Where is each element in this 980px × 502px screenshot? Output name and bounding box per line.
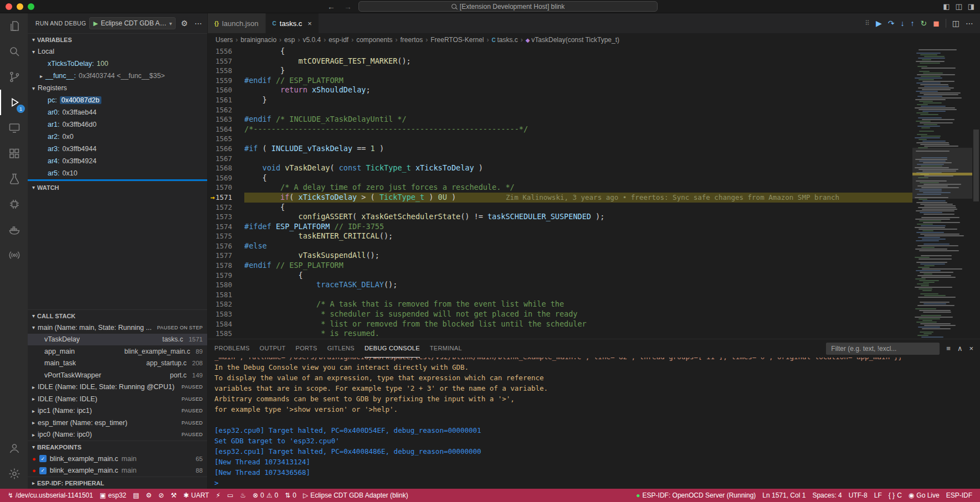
variables-scope-row[interactable]: ▾Registers [28, 82, 207, 94]
status-monitor[interactable]: ▭ [224, 489, 237, 502]
breakpoint-row[interactable]: ●✓blink_example_main.cmain88 [28, 465, 207, 477]
activity-bar-item-source-control[interactable] [0, 64, 28, 90]
code-line[interactable]: 1582 /* A task that is removed from the … [208, 299, 912, 309]
code-line[interactable]: 1584 * list or removed from the blocked … [208, 319, 912, 329]
step-over-icon[interactable]: ↷ [888, 19, 895, 28]
code-line[interactable]: 1576#else [208, 241, 912, 251]
breadcrumb-item[interactable]: components [356, 36, 392, 44]
step-out-icon[interactable]: ↑ [910, 19, 914, 28]
status-openocd-server[interactable]: ●ESP-IDF: OpenOCD Server (Running) [633, 489, 759, 502]
activity-bar-item-search[interactable] [0, 39, 28, 64]
code-line[interactable]: 1557 mtCOVERAGE_TEST_MARKER(); [208, 56, 912, 66]
status-go-live[interactable]: ◉Go Live [905, 489, 943, 502]
command-center-search[interactable]: [Extension Development Host] blink [358, 1, 658, 12]
activity-bar-item-testing[interactable] [0, 166, 28, 192]
code-line[interactable]: 1575 taskENTER_CRITICAL(); [208, 231, 912, 241]
code-line[interactable]: 1572 { [208, 203, 912, 213]
scrollbar-thumb[interactable] [973, 130, 979, 201]
breadcrumb-item[interactable]: esp [284, 36, 295, 44]
code-line[interactable]: 1559#endif // ESP_PLATFORM [208, 76, 912, 86]
code-line[interactable]: 1583 * scheduler is suspended will not g… [208, 309, 912, 319]
code-line[interactable]: 1577 vTaskSuspendAll(); [208, 251, 912, 261]
status-eol[interactable]: LF [871, 489, 885, 502]
activity-bar-item-live-share[interactable] [0, 242, 28, 268]
console-input-prompt[interactable]: > [214, 478, 980, 488]
status-cursor-position[interactable]: Ln 1571, Col 1 [759, 489, 809, 502]
code-line[interactable]: 1556 { [208, 46, 912, 56]
status-serial-port[interactable]: ↯/dev/cu.usbserial-1141501 [4, 489, 96, 502]
code-line[interactable]: 1570 /* A delay time of zero just forces… [208, 183, 912, 193]
variables-scope-row[interactable]: ▾Local [28, 45, 207, 58]
maximize-window-button[interactable] [28, 3, 34, 10]
panel-tab-gitlens[interactable]: GITLENS [327, 339, 355, 358]
activity-bar-item-docker[interactable] [0, 217, 28, 242]
toggle-panel-icon[interactable]: ◫ [955, 2, 962, 11]
continue-icon[interactable]: ▶ [876, 19, 882, 28]
breadcrumb-item[interactable]: esp-idf [329, 36, 348, 44]
variable-row[interactable]: ar5:0x10 [28, 167, 207, 179]
maximize-panel-icon[interactable]: ∧ [957, 344, 963, 353]
close-icon[interactable]: × [307, 19, 312, 28]
code-line[interactable]: 1573 configASSERT( xTaskGetSchedulerStat… [208, 212, 912, 222]
code-line[interactable]: 1560 return xShouldDelay; [208, 85, 912, 95]
variable-row[interactable]: ar2:0x0 [28, 131, 207, 143]
debug-console[interactable]: _main", fullname="/Users/brainignacio/wo… [208, 358, 980, 489]
activity-bar-item-settings[interactable] [0, 461, 28, 487]
code-line[interactable]: 1561 } [208, 95, 912, 105]
call-stack-thread-row[interactable]: ▸ipc0 (Name: ipc0)PAUSED [28, 429, 207, 441]
activity-bar-item-remote-explorer[interactable] [0, 115, 28, 141]
minimize-window-button[interactable] [17, 3, 23, 10]
variable-row[interactable]: ar4:0x3ffb4924 [28, 155, 207, 167]
panel-tab-terminal[interactable]: TERMINAL [430, 339, 462, 358]
variable-row[interactable]: ar1:0x3ffb46d0 [28, 118, 207, 131]
call-stack-frame-row[interactable]: vTaskDelaytasks.c1571 [28, 334, 207, 346]
breadcrumb-item[interactable]: Users [216, 36, 233, 44]
call-stack-thread-row[interactable]: ▸ipc1 (Name: ipc1)PAUSED [28, 405, 207, 417]
close-panel-icon[interactable]: × [969, 344, 973, 353]
status-problems[interactable]: ⊗0⚠0 [249, 489, 281, 502]
activity-bar-item-esp-idf-explorer[interactable] [0, 192, 28, 217]
navigate-forward-icon[interactable]: → [342, 2, 354, 11]
debug-launch-picker[interactable]: ▶ Eclipse CDT GDB Adapter ▾ [89, 17, 176, 29]
breakpoints-section-header[interactable]: ▾ BREAKPOINTS [28, 441, 207, 453]
close-window-button[interactable] [6, 3, 12, 10]
status-menuconfig[interactable]: ⚙ [142, 489, 155, 502]
toggle-sidebar-icon[interactable]: ◧ [943, 2, 950, 11]
breakpoint-checkbox[interactable]: ✓ [39, 455, 47, 462]
status-language-mode[interactable]: { }C [885, 489, 905, 502]
status-full-clean[interactable]: ⊘ [155, 489, 167, 502]
breadcrumb-item[interactable]: FreeRTOS-Kernel [430, 36, 484, 44]
code-line[interactable]: →1571 if( xTicksToDelay > ( TickType_t )… [208, 193, 912, 203]
panel-tab-ports[interactable]: PORTS [296, 339, 317, 358]
step-into-icon[interactable]: ↓ [900, 19, 904, 28]
code-line[interactable]: 1578#endif // ESP_PLATFORM [208, 261, 912, 271]
code-line[interactable]: 1565 [208, 134, 912, 144]
disconnect-icon[interactable]: ◼ [933, 19, 940, 28]
gear-icon[interactable]: ⚙ [179, 19, 189, 28]
variable-row[interactable]: ar3:0x3ffb4944 [28, 143, 207, 155]
breadcrumb-item[interactable]: ◆ vTaskDelay(const TickType_t) [526, 36, 619, 44]
filter-icon[interactable]: ≡ [946, 344, 951, 353]
activity-bar-item-extensions[interactable] [0, 141, 28, 166]
restart-icon[interactable]: ↻ [920, 19, 927, 28]
variable-row[interactable]: ▸__func__:0x3f403744 <__func__$35> [28, 70, 207, 82]
esp-idf-peripheral-section-header[interactable]: ▸ ESP-IDF: PERIPHERAL [28, 477, 207, 489]
panel-tab-output[interactable]: OUTPUT [260, 339, 286, 358]
code-line[interactable]: 1579 { [208, 271, 912, 281]
code-line[interactable]: 1558 } [208, 66, 912, 76]
variable-row[interactable]: ar0:0x3ffaeb44 [28, 106, 207, 118]
call-stack-thread-row[interactable]: ▸IDLE (Name: IDLE, State: Running @CPU1)… [28, 381, 207, 394]
status-indentation[interactable]: Spaces: 4 [809, 489, 845, 502]
status-flash[interactable]: ⚡ [212, 489, 223, 502]
code-area[interactable]: 1556 {1557 mtCOVERAGE_TEST_MARKER();1558… [208, 46, 912, 339]
watch-section-header[interactable]: ▾ WATCH [28, 181, 207, 193]
status-flash-method[interactable]: ✱UART [180, 489, 213, 502]
code-line[interactable]: 1568 void vTaskDelay( const TickType_t x… [208, 163, 912, 173]
code-line[interactable]: 1585 * is resumed. [208, 329, 912, 339]
activity-bar-item-accounts[interactable] [0, 436, 28, 461]
console-filter-input[interactable] [826, 343, 940, 355]
editor-scrollbar[interactable] [972, 46, 980, 339]
status-debug-session[interactable]: ▷Eclipse CDT GDB Adapter (blink) [300, 489, 412, 502]
status-project-folder[interactable]: ▤ [130, 489, 142, 502]
call-stack-thread-row[interactable]: ▾main (Name: main, State: Running ...PAU… [28, 322, 207, 334]
